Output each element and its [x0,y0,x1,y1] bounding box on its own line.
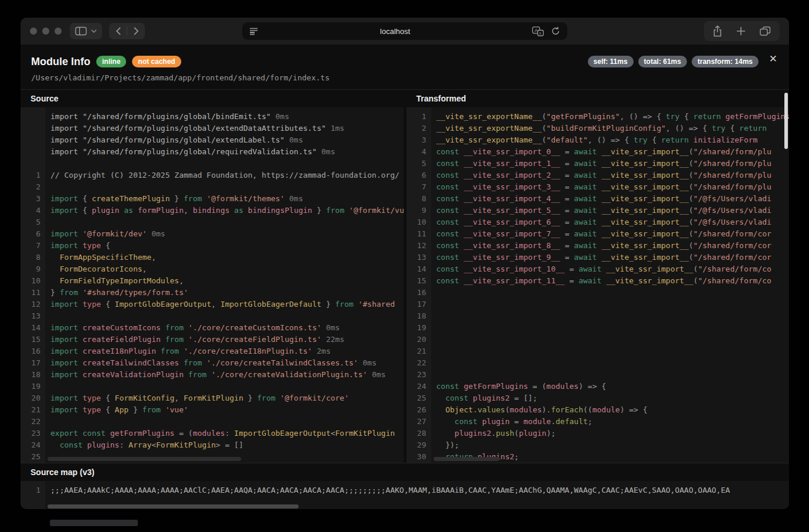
svg-text:x: x [539,31,541,35]
code-line: 6const __vite_ssr_import_2__ = await __v… [407,170,790,181]
code-line: 16 [407,287,790,299]
transformed-panel-title: Transformed [407,90,790,107]
browser-toolbar: localhost Ax [21,18,789,45]
sourcemap-title: Source map (v3) [21,463,789,481]
source-hscrollbar[interactable] [48,457,241,461]
address-bar[interactable]: localhost Ax [242,22,567,40]
code-line: 9 FormDecoratorIcons, [21,263,404,275]
browser-window: localhost Ax Module Info inline not ca [21,18,789,509]
code-line: 4const __vite_ssr_import_0__ = await __v… [407,146,790,158]
code-line: 24 const plugins: Array<FormKitPlugin> =… [21,439,404,451]
sourcemap-section: Source map (v3) 1;;;AAEA;AAAkC;AAAA;AAAA… [21,463,789,509]
tab-overview-icon[interactable] [760,26,771,36]
code-line: 22 [407,357,790,369]
back-button[interactable] [111,24,124,38]
code-line: 21import type { App } from 'vue' [21,404,404,416]
close-icon[interactable]: ✕ [769,54,777,64]
code-line: 5 [21,216,404,228]
sidebar-toggle-button[interactable] [70,23,102,39]
source-panel: Source import "/shared/form/plugins/glob… [21,90,404,463]
code-line: 19 [21,381,404,392]
new-tab-icon[interactable] [736,26,746,36]
self-time-badge: self: 11ms [588,56,634,67]
not-cached-badge: not cached [132,56,181,67]
code-line: 7const __vite_ssr_import_3__ = await __v… [407,181,790,193]
code-line: 8const __vite_ssr_import_4__ = await __v… [407,193,790,205]
source-panel-title: Source [21,90,404,107]
code-line: 25 const plugins2 = []; [407,392,790,404]
transformed-panel: Transformed 1__vite_ssr_exportName__("ge… [407,90,790,463]
code-line: 12import type { ImportGlobEagerOutput, I… [21,299,404,310]
code-line: 15const __vite_ssr_import_11__ = await _… [407,275,790,287]
timing-badges: self: 11ms total: 61ms transform: 14ms [588,56,759,67]
transformed-code: 1__vite_ssr_exportName__("getFormPlugins… [407,107,790,463]
code-line: import "/shared/form/plugins/global/exte… [21,134,404,146]
close-window-button[interactable] [30,28,37,35]
code-line: 13const __vite_ssr_import_9__ = await __… [407,252,790,263]
reader-view-icon[interactable] [249,27,258,35]
code-line: 7import type { [21,240,404,252]
total-time-badge: total: 61ms [638,56,687,67]
code-line: 1;;;AAEA;AAAkC;AAAA;AAAA;AAAA;AAClC;AAEA… [21,484,789,496]
code-panels: Source import "/shared/form/plugins/glob… [21,89,789,463]
transformed-hscrollbar[interactable] [434,457,499,461]
sidebar-icon [75,26,87,36]
toolbar-right-group [704,21,780,41]
code-line: 18 [407,310,790,322]
code-line: 1// Copyright (C) 2012-2025 Zammad Found… [21,170,404,181]
code-line: 5const __vite_ssr_import_1__ = await __v… [407,158,790,170]
code-line: 12const __vite_ssr_import_8__ = await __… [407,240,790,252]
code-line: 28 plugins2.push(plugin); [407,428,790,439]
translate-icon[interactable]: Ax [532,26,544,36]
dock-indicator [50,520,138,526]
code-line [21,158,404,170]
code-line: 29 }); [407,439,790,451]
code-line: 23 [407,369,790,381]
code-line: 26 Object.values(modules).forEach((modul… [407,404,790,416]
transformed-vscrollbar[interactable] [784,93,788,149]
code-line: 11} from '#shared/types/form.ts' [21,287,404,299]
nav-divider [127,26,127,36]
code-line: 20 [407,334,790,345]
code-line: 20import type { FormKitConfig, FormKitPl… [21,392,404,404]
code-line: 19 [407,322,790,334]
code-line: import "/shared/form/plugins/global/requ… [21,146,404,158]
code-line: 11const __vite_ssr_import_7__ = await __… [407,228,790,240]
code-line: 17 [407,299,790,310]
code-line: 23export const getFormPlugins = (modules… [21,428,404,439]
code-line: 2__vite_ssr_exportName__("buildFormKitPl… [407,123,790,134]
history-nav-group [109,23,145,39]
inline-badge: inline [96,56,126,67]
code-line: import "/shared/form/plugins/global/exte… [21,123,404,134]
code-line: 18import createValidationPlugin from './… [21,369,404,381]
source-code: import "/shared/form/plugins/global/bind… [21,107,404,463]
code-line: 10const __vite_ssr_import_6__ = await __… [407,216,790,228]
code-line: 3import { createThemePlugin } from '@for… [21,193,404,205]
reload-icon[interactable] [551,26,560,36]
zoom-window-button[interactable] [55,28,62,35]
module-path: /Users/vladimir/Projects/zammad/app/fron… [31,73,778,82]
code-line: 3__vite_ssr_exportName__("default", () =… [407,134,790,146]
code-line: 21 [407,345,790,357]
minimize-window-button[interactable] [42,28,49,35]
transform-time-badge: transform: 14ms [692,56,759,67]
code-line: 15import createFieldPlugin from './core/… [21,334,404,345]
chevron-down-icon [91,29,97,33]
code-line: 10 FormFieldTypeImportModules, [21,275,404,287]
code-line: 24const getFormPlugins = (modules) => { [407,381,790,392]
sourcemap-hscrollbar[interactable] [48,504,299,509]
code-line: 14import createCustomIcons from './core/… [21,322,404,334]
code-line: 1__vite_ssr_exportName__("getFormPlugins… [407,111,790,123]
code-line: 13 [21,310,404,322]
share-icon[interactable] [713,25,722,37]
code-line: 17import createTailwindClasses from './c… [21,357,404,369]
code-line: import "/shared/form/plugins/global/bind… [21,111,404,123]
url-text: localhost [258,27,532,36]
code-line: 14const __vite_ssr_import_10__ = await _… [407,263,790,275]
code-line: 27 const plugin = module.default; [407,416,790,428]
code-line: 16import createI18nPlugin from './core/c… [21,345,404,357]
code-line: 6import '@formkit/dev' 0ms [21,228,404,240]
forward-button[interactable] [130,24,143,38]
code-line: 22 [21,416,404,428]
code-line: 8 FormAppSpecificTheme, [21,252,404,263]
